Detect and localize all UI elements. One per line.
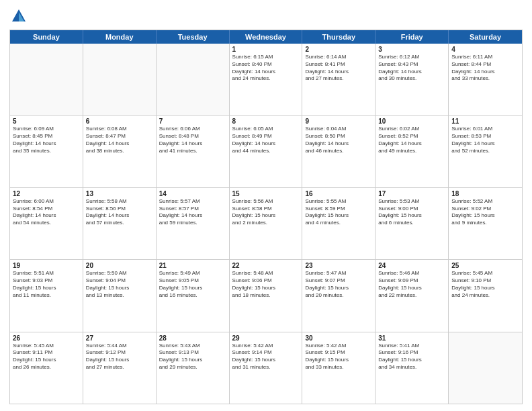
calendar-header: SundayMondayTuesdayWednesdayThursdayFrid… bbox=[10, 30, 522, 44]
calendar-week-row: 1Sunrise: 6:15 AM Sunset: 8:40 PM Daylig… bbox=[10, 44, 522, 116]
calendar-header-cell: Friday bbox=[375, 30, 449, 44]
calendar-cell: 4Sunrise: 6:11 AM Sunset: 8:44 PM Daylig… bbox=[449, 44, 522, 115]
calendar-cell: 27Sunrise: 5:44 AM Sunset: 9:12 PM Dayli… bbox=[83, 332, 157, 404]
cell-text: Sunrise: 6:00 AM Sunset: 8:54 PM Dayligh… bbox=[13, 198, 80, 227]
header bbox=[9, 7, 523, 26]
calendar-cell: 29Sunrise: 5:42 AM Sunset: 9:14 PM Dayli… bbox=[230, 332, 303, 404]
cell-text: Sunrise: 5:48 AM Sunset: 9:06 PM Dayligh… bbox=[232, 270, 300, 299]
calendar-cell: 3Sunrise: 6:12 AM Sunset: 8:43 PM Daylig… bbox=[375, 44, 449, 115]
calendar-cell bbox=[10, 44, 83, 115]
calendar-cell: 6Sunrise: 6:08 AM Sunset: 8:47 PM Daylig… bbox=[83, 116, 157, 187]
day-number: 27 bbox=[86, 334, 153, 342]
cell-text: Sunrise: 6:15 AM Sunset: 8:40 PM Dayligh… bbox=[232, 54, 300, 83]
calendar-header-cell: Saturday bbox=[449, 30, 522, 44]
calendar-cell: 9Sunrise: 6:04 AM Sunset: 8:50 PM Daylig… bbox=[302, 116, 375, 187]
day-number: 13 bbox=[86, 190, 153, 197]
day-number: 29 bbox=[232, 334, 300, 342]
calendar-cell: 14Sunrise: 5:57 AM Sunset: 8:57 PM Dayli… bbox=[157, 188, 230, 259]
cell-text: Sunrise: 5:46 AM Sunset: 9:09 PM Dayligh… bbox=[378, 270, 445, 299]
calendar-cell: 1Sunrise: 6:15 AM Sunset: 8:40 PM Daylig… bbox=[230, 44, 303, 115]
cell-text: Sunrise: 5:45 AM Sunset: 9:11 PM Dayligh… bbox=[13, 342, 80, 371]
day-number: 10 bbox=[378, 118, 445, 125]
cell-text: Sunrise: 6:11 AM Sunset: 8:44 PM Dayligh… bbox=[451, 54, 519, 83]
page: SundayMondayTuesdayWednesdayThursdayFrid… bbox=[0, 0, 532, 411]
calendar-cell: 10Sunrise: 6:02 AM Sunset: 8:52 PM Dayli… bbox=[375, 116, 449, 187]
day-number: 2 bbox=[305, 46, 372, 53]
calendar-week-row: 19Sunrise: 5:51 AM Sunset: 9:03 PM Dayli… bbox=[10, 260, 522, 332]
day-number: 8 bbox=[232, 118, 300, 125]
calendar-cell bbox=[157, 44, 230, 115]
cell-text: Sunrise: 5:45 AM Sunset: 9:10 PM Dayligh… bbox=[451, 270, 519, 299]
cell-text: Sunrise: 5:43 AM Sunset: 9:13 PM Dayligh… bbox=[159, 342, 226, 371]
day-number: 5 bbox=[13, 118, 80, 125]
calendar-week-row: 12Sunrise: 6:00 AM Sunset: 8:54 PM Dayli… bbox=[10, 188, 522, 260]
day-number: 25 bbox=[451, 262, 519, 269]
calendar-cell bbox=[449, 332, 522, 404]
calendar-cell: 17Sunrise: 5:53 AM Sunset: 9:00 PM Dayli… bbox=[375, 188, 449, 259]
calendar-header-cell: Monday bbox=[83, 30, 157, 44]
cell-text: Sunrise: 5:44 AM Sunset: 9:12 PM Dayligh… bbox=[86, 342, 153, 371]
calendar-cell: 22Sunrise: 5:48 AM Sunset: 9:06 PM Dayli… bbox=[230, 260, 303, 331]
calendar-cell: 21Sunrise: 5:49 AM Sunset: 9:05 PM Dayli… bbox=[157, 260, 230, 331]
day-number: 18 bbox=[451, 190, 519, 197]
calendar-cell: 11Sunrise: 6:01 AM Sunset: 8:53 PM Dayli… bbox=[449, 116, 522, 187]
cell-text: Sunrise: 5:50 AM Sunset: 9:04 PM Dayligh… bbox=[86, 270, 153, 299]
day-number: 9 bbox=[305, 118, 372, 125]
cell-text: Sunrise: 5:52 AM Sunset: 9:02 PM Dayligh… bbox=[451, 198, 519, 227]
calendar-cell: 18Sunrise: 5:52 AM Sunset: 9:02 PM Dayli… bbox=[449, 188, 522, 259]
calendar: SundayMondayTuesdayWednesdayThursdayFrid… bbox=[9, 30, 523, 404]
day-number: 21 bbox=[159, 262, 226, 269]
day-number: 19 bbox=[13, 262, 80, 269]
calendar-cell: 16Sunrise: 5:55 AM Sunset: 8:59 PM Dayli… bbox=[302, 188, 375, 259]
day-number: 1 bbox=[232, 46, 300, 53]
calendar-header-cell: Tuesday bbox=[157, 30, 230, 44]
day-number: 28 bbox=[159, 334, 226, 342]
day-number: 26 bbox=[13, 334, 80, 342]
day-number: 23 bbox=[305, 262, 372, 269]
day-number: 17 bbox=[378, 190, 445, 197]
day-number: 15 bbox=[232, 190, 300, 197]
day-number: 16 bbox=[305, 190, 372, 197]
cell-text: Sunrise: 6:12 AM Sunset: 8:43 PM Dayligh… bbox=[378, 54, 445, 83]
cell-text: Sunrise: 5:53 AM Sunset: 9:00 PM Dayligh… bbox=[378, 198, 445, 227]
cell-text: Sunrise: 5:42 AM Sunset: 9:14 PM Dayligh… bbox=[232, 342, 300, 371]
calendar-cell: 2Sunrise: 6:14 AM Sunset: 8:41 PM Daylig… bbox=[302, 44, 375, 115]
cell-text: Sunrise: 6:05 AM Sunset: 8:49 PM Dayligh… bbox=[232, 126, 300, 154]
cell-text: Sunrise: 5:47 AM Sunset: 9:07 PM Dayligh… bbox=[305, 270, 372, 299]
cell-text: Sunrise: 6:04 AM Sunset: 8:50 PM Dayligh… bbox=[305, 126, 372, 154]
cell-text: Sunrise: 5:51 AM Sunset: 9:03 PM Dayligh… bbox=[13, 270, 80, 299]
cell-text: Sunrise: 5:58 AM Sunset: 8:56 PM Dayligh… bbox=[86, 198, 153, 227]
day-number: 24 bbox=[378, 262, 445, 269]
cell-text: Sunrise: 6:06 AM Sunset: 8:48 PM Dayligh… bbox=[159, 126, 226, 154]
day-number: 7 bbox=[159, 118, 226, 125]
cell-text: Sunrise: 6:09 AM Sunset: 8:45 PM Dayligh… bbox=[13, 126, 80, 154]
calendar-cell: 13Sunrise: 5:58 AM Sunset: 8:56 PM Dayli… bbox=[83, 188, 157, 259]
day-number: 3 bbox=[378, 46, 445, 53]
calendar-cell: 15Sunrise: 5:56 AM Sunset: 8:58 PM Dayli… bbox=[230, 188, 303, 259]
day-number: 4 bbox=[451, 46, 519, 53]
cell-text: Sunrise: 5:49 AM Sunset: 9:05 PM Dayligh… bbox=[159, 270, 226, 299]
calendar-cell: 5Sunrise: 6:09 AM Sunset: 8:45 PM Daylig… bbox=[10, 116, 83, 187]
calendar-cell: 28Sunrise: 5:43 AM Sunset: 9:13 PM Dayli… bbox=[157, 332, 230, 404]
day-number: 11 bbox=[451, 118, 519, 125]
day-number: 30 bbox=[305, 334, 372, 342]
calendar-week-row: 26Sunrise: 5:45 AM Sunset: 9:11 PM Dayli… bbox=[10, 332, 522, 404]
logo bbox=[9, 7, 31, 26]
cell-text: Sunrise: 6:02 AM Sunset: 8:52 PM Dayligh… bbox=[378, 126, 445, 154]
calendar-header-cell: Thursday bbox=[302, 30, 375, 44]
cell-text: Sunrise: 5:41 AM Sunset: 9:16 PM Dayligh… bbox=[378, 342, 445, 371]
calendar-cell: 26Sunrise: 5:45 AM Sunset: 9:11 PM Dayli… bbox=[10, 332, 83, 404]
calendar-header-cell: Sunday bbox=[10, 30, 83, 44]
cell-text: Sunrise: 5:42 AM Sunset: 9:15 PM Dayligh… bbox=[305, 342, 372, 371]
logo-icon bbox=[9, 7, 28, 26]
calendar-week-row: 5Sunrise: 6:09 AM Sunset: 8:45 PM Daylig… bbox=[10, 116, 522, 187]
cell-text: Sunrise: 6:01 AM Sunset: 8:53 PM Dayligh… bbox=[451, 126, 519, 154]
day-number: 22 bbox=[232, 262, 300, 269]
calendar-cell: 30Sunrise: 5:42 AM Sunset: 9:15 PM Dayli… bbox=[302, 332, 375, 404]
calendar-header-cell: Wednesday bbox=[230, 30, 303, 44]
calendar-body: 1Sunrise: 6:15 AM Sunset: 8:40 PM Daylig… bbox=[10, 44, 522, 404]
cell-text: Sunrise: 5:56 AM Sunset: 8:58 PM Dayligh… bbox=[232, 198, 300, 227]
cell-text: Sunrise: 6:14 AM Sunset: 8:41 PM Dayligh… bbox=[305, 54, 372, 83]
calendar-cell: 19Sunrise: 5:51 AM Sunset: 9:03 PM Dayli… bbox=[10, 260, 83, 331]
calendar-cell: 12Sunrise: 6:00 AM Sunset: 8:54 PM Dayli… bbox=[10, 188, 83, 259]
